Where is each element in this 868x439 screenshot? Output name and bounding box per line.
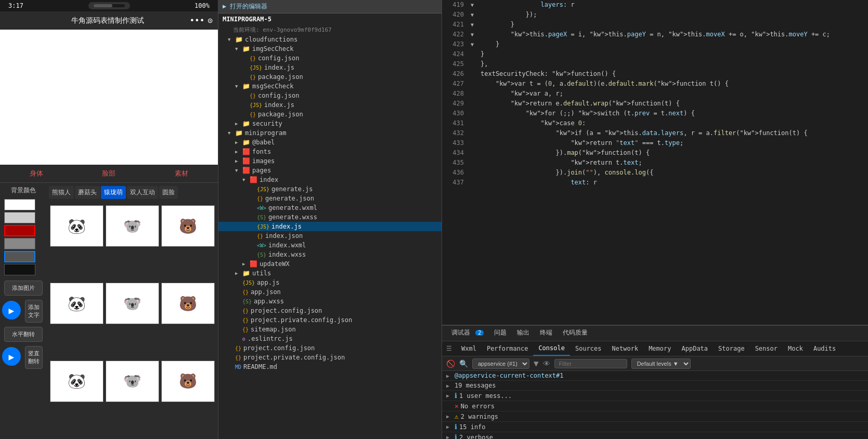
tree-item[interactable]: {}package.json [218,110,442,119]
panda-thumb-2[interactable]: 🐨 [106,205,159,247]
dropdown-icon[interactable]: ▼ [534,358,539,368]
console-row-info[interactable]: ▶ ℹ 15 info [442,422,868,432]
tree-item[interactable]: {}config.json [218,54,442,63]
panel-tab-performance[interactable]: Performance [482,342,533,355]
panel-tab-network[interactable]: Network [607,342,644,355]
cat-item-mushroom[interactable]: 蘑菇头 [75,186,100,199]
btn-vflip[interactable]: 竖直翻转 [25,346,43,369]
panda-thumb-7[interactable]: 🐼 [50,361,103,402]
panel-tab-wxml[interactable]: Wxml [456,342,482,355]
panda-thumb-1[interactable]: 🐼 [50,205,103,247]
console-context-link[interactable]: @appservice-current-context#1 [455,372,564,379]
tree-item[interactable]: ▶📁@babel [218,138,442,147]
fold-arrow[interactable]: ▼ [468,20,476,30]
console-filter-btn[interactable]: 🔍 [459,360,468,368]
open-editor-label[interactable]: ▶ 打开的编辑器 [223,2,267,11]
swatch-red[interactable] [4,225,35,236]
swatch-dgray[interactable] [4,238,35,249]
tree-item[interactable]: {S}index.wxss [218,250,442,259]
fold-arrow[interactable]: ▼ [468,10,476,20]
cat-item-panda[interactable]: 熊猫人 [49,186,74,199]
swatch-selected[interactable] [4,251,35,262]
devtools-tab-debugger[interactable]: 调试器 2 [446,326,489,340]
tree-item[interactable]: ▼📁imgSecCheck [218,44,442,54]
swatch-lgray[interactable] [4,212,35,223]
filter-input[interactable] [554,359,627,368]
tree-item[interactable]: ▶📁security [218,119,442,128]
tab-material[interactable]: 素材 [170,168,193,179]
panel-tab-mock[interactable]: Mock [783,342,808,355]
panel-tab-storage[interactable]: Storage [713,342,750,355]
panda-thumb-5[interactable]: 🐨 [106,283,159,324]
console-link-row[interactable]: ▶ @appservice-current-context#1 [442,371,868,381]
tree-item[interactable]: {S}generate.wxss [218,212,442,222]
tree-item[interactable]: {}project.private.config.json [218,315,442,325]
panda-thumb-8[interactable]: 🐨 [106,361,159,402]
cat-item-round[interactable]: 圆脸 [159,186,178,199]
tree-item[interactable]: {S}app.wxss [218,297,442,306]
devtools-tab-quality[interactable]: 代码质量 [558,326,593,340]
tree-item[interactable]: ▼📁msgSecCheck [218,82,442,91]
panda-thumb-9[interactable]: 🐻 [161,361,215,402]
tree-item[interactable]: ▼🟥index [218,175,442,184]
tree-item[interactable]: {JS}app.js [218,278,442,287]
panda-thumb-4[interactable]: 🐼 [50,283,103,324]
tree-item[interactable]: {}project.private.config.json [218,353,442,362]
panel-tab-sources[interactable]: Sources [570,342,607,355]
tree-item[interactable]: ▶🟥fonts [218,147,442,156]
appservice-select[interactable]: appservice (#1) [472,358,529,369]
tree-item[interactable]: {}config.json [218,91,442,100]
btn-next[interactable]: ▶ [2,301,21,320]
tree-item[interactable]: ⚙.eslintrc.js [218,334,442,343]
console-row-warnings[interactable]: ▶ ⚠ 2 warnings [442,411,868,422]
devtools-tab-issues[interactable]: 问题 [489,326,512,340]
tree-item[interactable]: {JS}index.js [218,100,442,110]
btn-add-text[interactable]: 添加文字 [25,300,43,323]
btn-hflip[interactable]: 水平翻转 [4,327,43,342]
swatch-black[interactable] [4,264,35,275]
devtools-tab-output[interactable]: 输出 [512,326,535,340]
more-icon[interactable]: ••• [189,16,204,25]
devtools-tab-terminal[interactable]: 终端 [535,326,558,340]
eye-icon[interactable]: 👁 [543,360,550,368]
tree-item[interactable]: <W>index.wxml [218,241,442,250]
tree-item[interactable]: {JS}index.js [218,63,442,72]
tree-item[interactable]: {}project.config.json [218,306,442,315]
tree-item[interactable]: {}generate.json [218,194,442,203]
tree-item[interactable]: {}index.json [218,231,442,241]
console-row-messages[interactable]: ▶ 19 messages [442,381,868,391]
fold-arrow[interactable]: ▼ [468,30,476,39]
panda-thumb-3[interactable]: 🐻 [161,205,215,247]
btn-add-image[interactable]: 添加图片 [4,281,43,296]
panel-tab-memory[interactable]: Memory [643,342,676,355]
tree-item[interactable]: ▶📁utils [218,269,442,278]
tree-item[interactable]: ▼🟥pages [218,166,442,175]
cat-item-duo[interactable]: 双人互动 [127,186,158,199]
panel-left-btn[interactable]: ☰ [442,343,456,354]
tree-item[interactable]: ▶🟥updateWX [218,259,442,269]
panel-tab-console[interactable]: Console [533,341,570,356]
panel-tab-audits[interactable]: Audits [808,342,841,355]
tab-face[interactable]: 脸部 [97,168,121,179]
tree-item[interactable]: <W>generate.wxml [218,203,442,212]
cat-item-monkey[interactable]: 猿珑萌 [101,186,126,199]
tree-item[interactable]: {}project.config.json [218,343,442,353]
console-row-usermess[interactable]: ▶ ℹ 1 user mess... [442,391,868,401]
tree-item[interactable]: {}package.json [218,72,442,82]
console-row-verbose[interactable]: ▶ ℹ 2 verbose [442,432,868,439]
tree-item[interactable]: {}app.json [218,287,442,297]
tab-body[interactable]: 身体 [24,168,48,179]
levels-select[interactable]: Default levels ▼ [631,358,691,369]
panda-thumb-6[interactable]: 🐻 [161,283,215,324]
tree-item[interactable]: {}sitemap.json [218,325,442,334]
record-icon[interactable]: ⊙ [208,16,213,25]
tree-item[interactable]: ▼📁cloudfunctions [218,35,442,44]
panel-tab-appdata[interactable]: AppData [676,342,713,355]
console-clear-btn[interactable]: 🚫 [446,360,455,368]
tree-item[interactable]: ▶🟥images [218,156,442,166]
code-area[interactable]: layers: r }); } "kw">this.pageX = i, "kw… [476,0,868,325]
console-row-errors[interactable]: ✕ No errors [442,401,868,411]
swatch-white[interactable] [4,199,35,210]
tree-item[interactable]: ▼📁miniprogram [218,128,442,138]
fold-arrow[interactable]: ▼ [468,39,476,49]
